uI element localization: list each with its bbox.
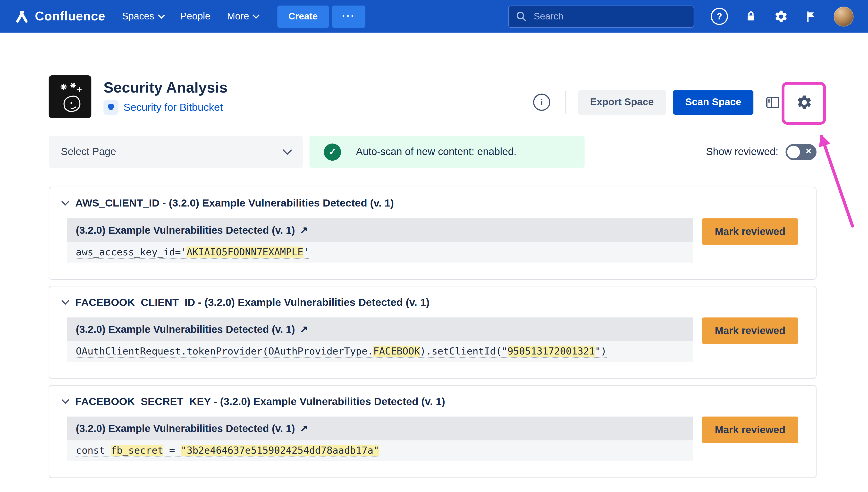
external-link-icon: ↗ [300,224,308,236]
header-actions: i Export Space Scan Space [533,90,817,115]
divider [565,91,567,113]
code-line: OAuthClientRequest.tokenProvider(OAuthPr… [67,341,693,362]
search-icon [516,10,527,22]
vulnerability-card: FACEBOOK_CLIENT_ID - (3.2.0) Example Vul… [49,286,817,379]
search-input[interactable] [532,10,687,22]
secret-highlight: fb_secret [111,445,163,456]
space-settings-gear-button[interactable] [792,90,817,115]
info-glyph: i [540,97,543,108]
nav-utility-icons: ? [711,6,854,26]
card-title: FACEBOOK_SECRET_KEY - (3.2.0) Example Vu… [75,396,445,408]
page-header: Security Analysis Security for Bitbucket… [49,75,817,118]
snippet-page-link[interactable]: (3.2.0) Example Vulnerabilities Detected… [67,417,693,441]
snippet-page-link[interactable]: (3.2.0) Example Vulnerabilities Detected… [67,317,693,341]
confluence-home-link[interactable]: Confluence [14,9,105,24]
chevron-down-icon [253,12,260,19]
mark-reviewed-button[interactable]: Mark reviewed [702,218,798,245]
card-title: FACEBOOK_CLIENT_ID - (3.2.0) Example Vul… [75,296,429,309]
search-box[interactable] [508,5,694,27]
snippet-title: (3.2.0) Example Vulnerabilities Detected… [76,224,295,236]
secret-highlight: 950513172001321 [507,345,595,357]
nav-people-label: People [180,10,210,22]
chevron-down-icon [158,12,165,19]
snippet: (3.2.0) Example Vulnerabilities Detected… [67,417,693,461]
check-glyph: ✓ [328,146,336,158]
snippet: (3.2.0) Example Vulnerabilities Detected… [67,218,693,263]
secret-highlight: AKIAIO5FODNN7EXAMPLE [187,246,303,257]
page: Confluence Spaces People More Create ···… [0,0,868,492]
nav-more-label: More [227,10,249,22]
secret-highlight: FACEBOOK [373,345,420,357]
title-block: Security Analysis Security for Bitbucket [103,79,228,115]
scan-space-button[interactable]: Scan Space [673,90,754,115]
card-title: AWS_CLIENT_ID - (3.2.0) Example Vulnerab… [75,197,394,210]
lock-icon[interactable] [744,9,758,23]
confluence-logo-icon [14,9,29,24]
select-page-label: Select Page [61,146,116,158]
code-line: aws_access_key_id='AKIAIO5FODNN7EXAMPLE' [67,242,693,263]
nav-more[interactable]: More [227,10,259,22]
brand-name: Confluence [35,9,105,24]
snippet-page-link[interactable]: (3.2.0) Example Vulnerabilities Detected… [67,218,693,242]
collapse-chevron-icon[interactable] [61,297,69,305]
nav-overflow-button[interactable]: ··· [332,5,365,27]
main-content: Security Analysis Security for Bitbucket… [0,75,868,478]
toggle-knob [787,146,800,158]
create-button[interactable]: Create [277,5,329,27]
show-reviewed-group: Show reviewed: × [706,144,817,160]
info-icon[interactable]: i [533,94,550,111]
nav-people[interactable]: People [180,10,210,22]
chevron-down-icon [283,146,292,155]
collapse-chevron-icon[interactable] [61,198,69,205]
help-icon[interactable]: ? [711,8,728,25]
toolbar-row: Select Page ✓ Auto-scan of new content: … [49,136,817,168]
space-settings-wrap [792,90,817,115]
mark-reviewed-button[interactable]: Mark reviewed [702,417,798,443]
collapse-chevron-icon[interactable] [61,396,69,404]
user-avatar[interactable] [834,6,854,26]
vulnerability-list: AWS_CLIENT_ID - (3.2.0) Example Vulnerab… [49,187,817,478]
gear-icon[interactable] [774,9,788,24]
top-navigation: Confluence Spaces People More Create ···… [0,0,868,33]
select-page-dropdown[interactable]: Select Page [49,136,303,168]
flag-icon[interactable] [805,10,818,23]
help-glyph: ? [717,11,722,21]
nav-spaces-label: Spaces [122,10,154,22]
snippet-title: (3.2.0) Example Vulnerabilities Detected… [76,323,295,335]
autoscan-message: Auto-scan of new content: enabled. [356,146,517,158]
code-line: const fb_secret = "3b2e464637e5159024254… [67,441,693,461]
snippet: (3.2.0) Example Vulnerabilities Detected… [67,317,693,362]
toggle-off-icon: × [806,146,812,157]
space-avatar [49,75,91,118]
show-reviewed-toggle[interactable]: × [785,144,817,160]
secret-highlight: "3b2e464637e5159024254dd78aadb17a" [181,445,379,456]
export-space-button[interactable]: Export Space [578,90,666,115]
snippet-title: (3.2.0) Example Vulnerabilities Detected… [76,422,295,435]
space-link[interactable]: Security for Bitbucket [123,101,222,113]
sidebar-panel-button[interactable] [761,90,785,115]
external-link-icon: ↗ [300,423,308,435]
nav-spaces[interactable]: Spaces [122,10,164,22]
autoscan-banner: ✓ Auto-scan of new content: enabled. [310,136,585,168]
show-reviewed-label: Show reviewed: [706,146,779,158]
vulnerability-card: FACEBOOK_SECRET_KEY - (3.2.0) Example Vu… [49,385,817,478]
page-title: Security Analysis [103,79,228,96]
external-link-icon: ↗ [300,324,308,335]
mark-reviewed-button[interactable]: Mark reviewed [702,317,798,344]
space-shield-icon [103,100,118,115]
success-check-icon: ✓ [324,143,341,161]
vulnerability-card: AWS_CLIENT_ID - (3.2.0) Example Vulnerab… [49,187,817,280]
